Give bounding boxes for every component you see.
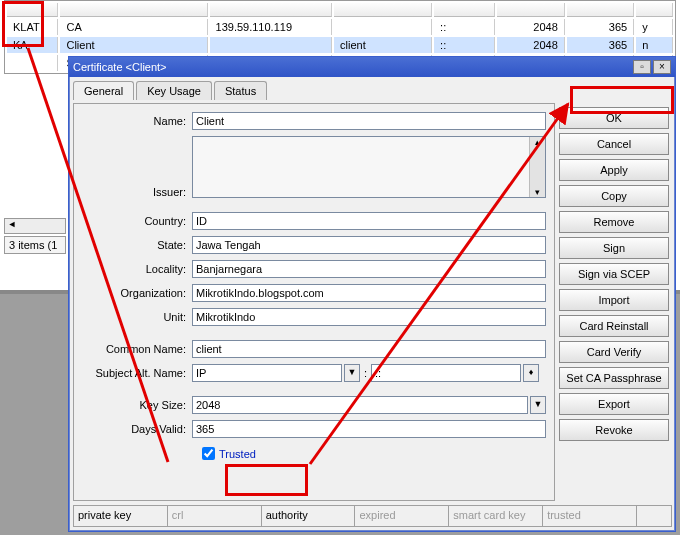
flag-crl: crl — [167, 505, 262, 527]
flag-trusted: trusted — [542, 505, 637, 527]
card-verify-button[interactable]: Card Verify — [559, 341, 669, 363]
label-san: Subject Alt. Name: — [82, 367, 192, 379]
dialog-titlebar[interactable]: Certificate <Client> ▫ × — [69, 57, 675, 77]
tab-strip: General Key Usage Status — [73, 81, 671, 100]
copy-button[interactable]: Copy — [559, 185, 669, 207]
label-state: State: — [82, 239, 192, 251]
tab-key-usage[interactable]: Key Usage — [136, 81, 212, 100]
flag-spacer — [636, 505, 672, 527]
minimize-icon[interactable]: ▫ — [633, 60, 651, 74]
set-ca-passphrase-button[interactable]: Set CA Passphrase — [559, 367, 669, 389]
tab-status[interactable]: Status — [214, 81, 267, 100]
cancel-button[interactable]: Cancel — [559, 133, 669, 155]
label-name: Name: — [82, 115, 192, 127]
label-country: Country: — [82, 215, 192, 227]
label-unit: Unit: — [82, 311, 192, 323]
trusted-checkbox[interactable] — [202, 447, 215, 460]
ok-button[interactable]: OK — [559, 107, 669, 129]
issuer-box[interactable]: ▴▾ — [192, 136, 546, 198]
tab-general[interactable]: General — [73, 81, 134, 100]
export-button[interactable]: Export — [559, 393, 669, 415]
dialog-title: Certificate <Client> — [73, 61, 167, 73]
table-row[interactable]: KA Client client :: 2048 365 n — [7, 37, 673, 53]
list-status-bar: 3 items (1 selected) — [4, 236, 66, 254]
dialog-status-bar: private key crl authority expired smart … — [73, 505, 671, 527]
label-days-valid: Days Valid: — [82, 423, 192, 435]
apply-button[interactable]: Apply — [559, 159, 669, 181]
scrollbar-vertical[interactable]: ▴▾ — [529, 137, 545, 197]
country-field[interactable] — [192, 212, 546, 230]
close-icon[interactable]: × — [653, 60, 671, 74]
flag-authority: authority — [261, 505, 356, 527]
state-field[interactable] — [192, 236, 546, 254]
days-valid-field[interactable] — [192, 420, 546, 438]
sign-button[interactable]: Sign — [559, 237, 669, 259]
label-key-size: Key Size: — [82, 399, 192, 411]
common-name-field[interactable] — [192, 340, 546, 358]
locality-field[interactable] — [192, 260, 546, 278]
key-size-field[interactable] — [192, 396, 528, 414]
trusted-label: Trusted — [219, 448, 256, 460]
sign-via-scep-button[interactable]: Sign via SCEP — [559, 263, 669, 285]
card-reinstall-button[interactable]: Card Reinstall — [559, 315, 669, 337]
label-issuer: Issuer: — [82, 186, 192, 198]
san-add-icon[interactable]: ♦ — [523, 364, 539, 382]
san-value-field[interactable] — [371, 364, 521, 382]
label-common-name: Common Name: — [82, 343, 192, 355]
name-field[interactable] — [192, 112, 546, 130]
revoke-button[interactable]: Revoke — [559, 419, 669, 441]
remove-button[interactable]: Remove — [559, 211, 669, 233]
flag-expired: expired — [354, 505, 449, 527]
key-size-dropdown-icon[interactable]: ▼ — [530, 396, 546, 414]
certificate-dialog: Certificate <Client> ▫ × General Key Usa… — [68, 56, 676, 532]
san-type-dropdown-icon[interactable]: ▼ — [344, 364, 360, 382]
san-type-field[interactable] — [192, 364, 342, 382]
import-button[interactable]: Import — [559, 289, 669, 311]
label-organization: Organization: — [82, 287, 192, 299]
san-separator: : — [360, 367, 371, 379]
general-panel: Name: Issuer: ▴▾ Country: State: Localit… — [73, 103, 555, 501]
label-locality: Locality: — [82, 263, 192, 275]
unit-field[interactable] — [192, 308, 546, 326]
flag-private-key: private key — [73, 505, 168, 527]
scrollbar-horizontal[interactable]: ◄ — [4, 218, 66, 234]
organization-field[interactable] — [192, 284, 546, 302]
flag-smart-card-key: smart card key — [448, 505, 543, 527]
table-row[interactable]: KLAT CA 139.59.110.119 :: 2048 365 y — [7, 19, 673, 35]
